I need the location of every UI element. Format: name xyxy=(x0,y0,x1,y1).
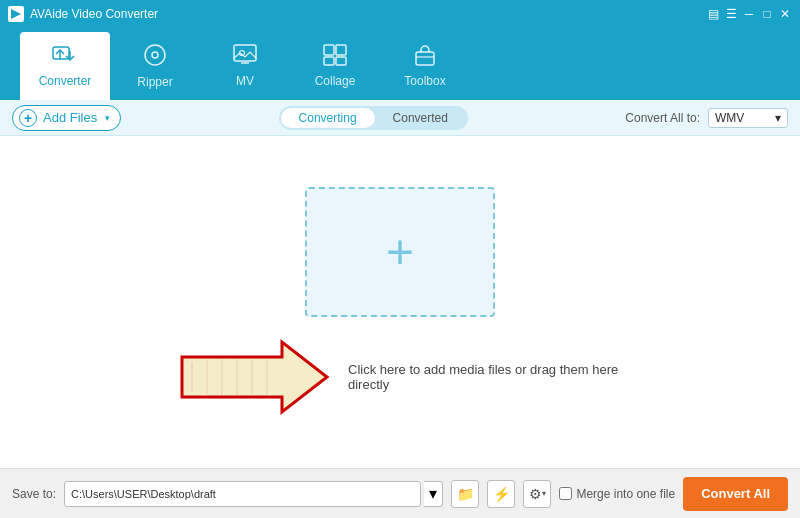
app-title: AVAide Video Converter xyxy=(30,7,158,21)
lightning-icon: ⚡ xyxy=(493,486,510,502)
hint-arrow-icon xyxy=(172,337,332,417)
arrow-hint-area: Click here to add media files or drag th… xyxy=(172,337,628,417)
drop-hint-text: Click here to add media files or drag th… xyxy=(348,362,628,392)
folder-icon: 📁 xyxy=(457,486,474,502)
drop-zone[interactable]: + xyxy=(305,187,495,317)
nav-item-collage[interactable]: Collage xyxy=(290,32,380,100)
nav-item-mv[interactable]: MV xyxy=(200,32,290,100)
format-select-dropdown[interactable]: WMV ▾ xyxy=(708,108,788,128)
main-content: + Click here to add media files or drag … xyxy=(0,136,800,468)
format-caret-icon: ▾ xyxy=(775,111,781,125)
window-controls: ▤ ☰ ─ □ ✕ xyxy=(706,7,792,21)
save-path-input[interactable] xyxy=(64,481,421,507)
format-value: WMV xyxy=(715,111,744,125)
toolbar-combined: + Add Files ▾ Converting Converted Conve… xyxy=(0,100,800,136)
chat-icon[interactable]: ▤ xyxy=(706,7,720,21)
svg-point-5 xyxy=(152,52,158,58)
caret-down-icon: ▾ xyxy=(429,484,437,503)
close-button[interactable]: ✕ xyxy=(778,7,792,21)
svg-rect-12 xyxy=(336,57,346,65)
ripper-label: Ripper xyxy=(137,75,172,89)
convert-all-button[interactable]: Convert All xyxy=(683,477,788,511)
merge-label: Merge into one file xyxy=(576,487,675,501)
mv-icon xyxy=(233,44,257,70)
bottom-bar: Save to: ▾ 📁 ⚡ ⚙ ▾ Merge into one file C… xyxy=(0,468,800,518)
toolbox-label: Toolbox xyxy=(404,74,445,88)
plus-circle-icon: + xyxy=(19,109,37,127)
save-to-label: Save to: xyxy=(12,487,56,501)
convert-all-to-section: Convert All to: WMV ▾ xyxy=(625,108,788,128)
title-bar: AVAide Video Converter ▤ ☰ ─ □ ✕ xyxy=(0,0,800,28)
ripper-icon xyxy=(143,43,167,71)
convert-all-to-label: Convert All to: xyxy=(625,111,700,125)
settings-icon: ⚙ xyxy=(529,486,542,502)
add-files-label: Add Files xyxy=(43,110,97,125)
svg-rect-9 xyxy=(324,45,334,55)
converter-label: Converter xyxy=(39,74,92,88)
svg-rect-11 xyxy=(324,57,334,65)
svg-marker-0 xyxy=(11,9,21,19)
folder-button[interactable]: 📁 xyxy=(451,480,479,508)
converter-icon xyxy=(52,44,78,70)
svg-point-4 xyxy=(145,45,165,65)
save-path-caret[interactable]: ▾ xyxy=(424,481,443,507)
toolbox-icon xyxy=(413,44,437,70)
title-bar-left: AVAide Video Converter xyxy=(8,6,158,22)
merge-checkbox-input[interactable] xyxy=(559,487,572,500)
svg-marker-15 xyxy=(182,342,327,412)
tab-group: Converting Converted xyxy=(279,106,468,130)
minimize-button[interactable]: ─ xyxy=(742,7,756,21)
nav-item-ripper[interactable]: Ripper xyxy=(110,32,200,100)
merge-checkbox-area[interactable]: Merge into one file xyxy=(559,487,675,501)
drop-zone-plus-icon: + xyxy=(386,228,414,276)
lightning-button[interactable]: ⚡ xyxy=(487,480,515,508)
svg-rect-13 xyxy=(416,52,434,65)
nav-bar: Converter Ripper MV xyxy=(0,28,800,100)
tab-converted[interactable]: Converted xyxy=(375,108,466,128)
menu-icon[interactable]: ☰ xyxy=(724,7,738,21)
add-files-button[interactable]: + Add Files ▾ xyxy=(12,105,121,131)
settings-caret: ▾ xyxy=(542,489,546,498)
collage-icon xyxy=(323,44,347,70)
collage-label: Collage xyxy=(315,74,356,88)
mv-label: MV xyxy=(236,74,254,88)
tab-converting[interactable]: Converting xyxy=(281,108,375,128)
maximize-button[interactable]: □ xyxy=(760,7,774,21)
nav-item-toolbox[interactable]: Toolbox xyxy=(380,32,470,100)
svg-rect-10 xyxy=(336,45,346,55)
nav-item-converter[interactable]: Converter xyxy=(20,32,110,100)
add-files-caret-icon: ▾ xyxy=(105,113,110,123)
app-icon xyxy=(8,6,24,22)
settings-button[interactable]: ⚙ ▾ xyxy=(523,480,551,508)
